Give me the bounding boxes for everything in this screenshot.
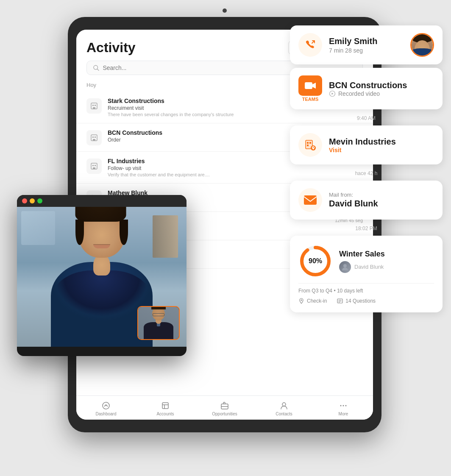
- user-avatar-img: [341, 263, 349, 271]
- svg-rect-42: [309, 142, 311, 144]
- time-separator-1802: 18:02 PM: [290, 223, 443, 234]
- svg-point-34: [340, 405, 342, 406]
- nav-label-accounts: Accounts: [156, 412, 174, 416]
- mail-icon-container: [298, 188, 322, 212]
- visit-company: Mevin Industries: [329, 137, 434, 147]
- briefcase-icon: [220, 401, 229, 410]
- visit-icon-container: [298, 133, 322, 157]
- mail-from-label: Mail from:: [329, 192, 434, 198]
- svg-rect-10: [92, 136, 94, 138]
- activity-icon-building: [86, 130, 102, 145]
- call-icon-container: [298, 33, 322, 57]
- progress-title: Winter Sales: [339, 250, 434, 259]
- outgoing-call-icon: [304, 39, 317, 51]
- video-main: [17, 207, 187, 347]
- teams-card[interactable]: TEAMS BCN Constructions Recorded video: [290, 68, 443, 109]
- nav-item-contacts[interactable]: Contacts: [254, 399, 314, 418]
- svg-rect-11: [95, 136, 96, 138]
- svg-rect-7: [95, 105, 96, 106]
- building-icon: [90, 102, 98, 110]
- accounts-icon: [161, 401, 170, 410]
- nav-item-opportunities[interactable]: Opportunities: [195, 399, 254, 418]
- mail-card[interactable]: Mail from: David Blunk: [290, 181, 443, 220]
- close-button[interactable]: [22, 198, 27, 203]
- search-icon: [93, 64, 99, 71]
- visit-label: Visit: [329, 147, 434, 153]
- questions-action[interactable]: 14 Questions: [337, 298, 376, 304]
- video-camera-icon: [304, 81, 316, 90]
- svg-rect-8: [93, 107, 95, 109]
- progress-meta: From Q3 to Q4 • 10 days left: [298, 288, 434, 294]
- teams-icon-col: TEAMS: [298, 75, 322, 102]
- svg-rect-41: [307, 142, 309, 144]
- nav-label-more: More: [339, 412, 348, 416]
- teams-video-icon: [298, 75, 322, 96]
- user-avatar: [339, 261, 351, 273]
- activity-desc: Verify that the customer and the equipme…: [108, 172, 243, 177]
- progress-user: David Blunk: [339, 261, 434, 273]
- svg-rect-28: [162, 403, 168, 409]
- checkin-icon: [298, 298, 304, 304]
- progress-top: 90% Winter Sales David Blunk: [298, 244, 434, 278]
- svg-rect-43: [307, 145, 309, 146]
- caller-avatar: [410, 33, 434, 57]
- video-titlebar: [17, 195, 187, 207]
- time-separator-mail: hace 42 h: [290, 168, 443, 179]
- teams-label: TEAMS: [302, 97, 319, 102]
- checkin-label: Check-in: [307, 298, 327, 304]
- svg-point-36: [345, 405, 347, 406]
- play-circle-icon: [329, 90, 336, 97]
- svg-point-45: [313, 147, 314, 148]
- recorded-video-label: Recorded video: [338, 90, 380, 97]
- questions-label: 14 Questions: [345, 298, 376, 304]
- donut-percent-label: 90%: [309, 257, 322, 265]
- donut-chart: 90%: [298, 244, 332, 278]
- svg-point-50: [301, 300, 302, 301]
- progress-days-left: 10 days left: [337, 288, 363, 294]
- video-pip: [137, 306, 180, 340]
- svg-point-33: [282, 403, 286, 406]
- minimize-button[interactable]: [30, 198, 35, 203]
- progress-divider: [298, 283, 434, 284]
- svg-rect-6: [92, 105, 94, 106]
- svg-point-35: [343, 405, 344, 406]
- activity-icon-building: [86, 98, 102, 114]
- nav-item-more[interactable]: More: [314, 399, 373, 418]
- nav-item-dashboard[interactable]: Dashboard: [76, 399, 136, 418]
- activity-desc: There have been several changes in the c…: [108, 112, 243, 117]
- progress-actions: Check-in 14 Questions: [298, 298, 434, 304]
- progress-period: From Q3 to Q4: [298, 288, 332, 294]
- call-card-content: Emily Smith 7 min 28 seg: [329, 36, 404, 54]
- cards-overlay: Emily Smith 7 min 28 seg TEAMS BCN Const: [290, 25, 443, 316]
- building-icon: [90, 134, 98, 142]
- bottom-nav: Dashboard Accounts Opp: [76, 395, 373, 420]
- call-card[interactable]: Emily Smith 7 min 28 seg: [290, 25, 443, 64]
- svg-rect-37: [305, 82, 312, 89]
- progress-separator: •: [334, 288, 337, 294]
- time-separator-940: 9:40 AM: [290, 113, 443, 124]
- nav-label-dashboard: Dashboard: [96, 412, 117, 416]
- dashboard-icon: [101, 401, 111, 410]
- teams-company: BCN Constructions: [329, 81, 434, 90]
- visit-card[interactable]: Mevin Industries Visit: [290, 125, 443, 164]
- teams-card-content: BCN Constructions Recorded video: [329, 81, 434, 97]
- call-duration: 7 min 28 seg: [329, 47, 404, 54]
- nav-item-accounts[interactable]: Accounts: [136, 399, 195, 418]
- building-location-icon: [303, 138, 317, 152]
- checkin-action[interactable]: Check-in: [298, 298, 327, 304]
- nav-label-contacts: Contacts: [276, 412, 292, 416]
- maximize-button[interactable]: [37, 198, 42, 203]
- more-icon: [339, 401, 348, 410]
- contacts-icon: [279, 401, 289, 410]
- questions-icon: [337, 298, 343, 304]
- caller-name: Emily Smith: [329, 36, 404, 46]
- mail-icon: [303, 194, 317, 206]
- svg-line-4: [97, 69, 99, 70]
- progress-card[interactable]: 90% Winter Sales David Blunk From Q3 to …: [290, 236, 443, 312]
- mail-sender: David Blunk: [329, 199, 434, 209]
- svg-point-49: [343, 264, 347, 267]
- svg-rect-14: [92, 165, 94, 166]
- building-icon: [90, 162, 98, 170]
- user-name: David Blunk: [354, 264, 384, 270]
- visit-card-content: Mevin Industries Visit: [329, 137, 434, 153]
